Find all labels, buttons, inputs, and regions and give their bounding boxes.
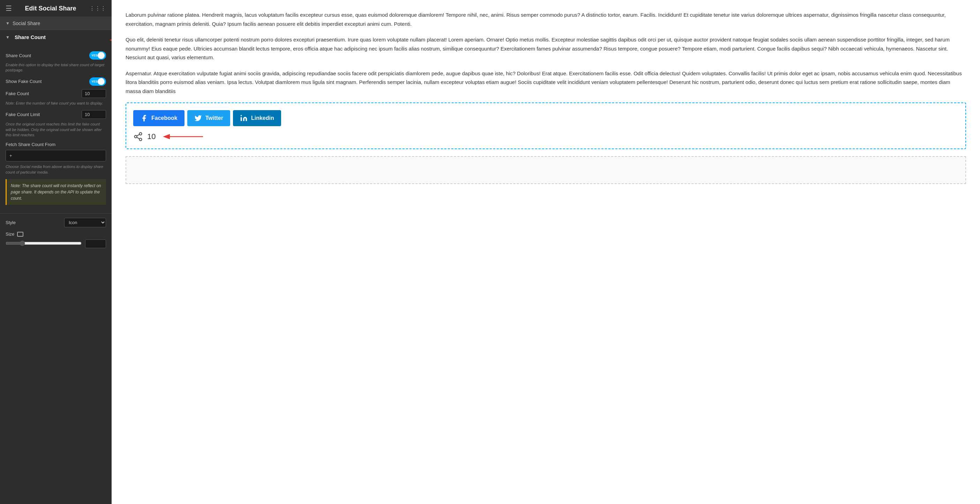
style-row: Style Icon Button Round — [6, 218, 106, 227]
share-count-toggle-label: Share Count — [6, 53, 31, 58]
facebook-label: Facebook — [151, 115, 178, 121]
fetch-label: Fetch Share Count From — [6, 142, 106, 147]
style-section: Style Icon Button Round Size — [0, 214, 111, 255]
sidebar-header: ☰ Edit Social Share ⋮⋮⋮ — [0, 0, 111, 17]
sidebar: ☰ Edit Social Share ⋮⋮⋮ ▼ Social Share ▼… — [0, 0, 111, 504]
share-count-title: Share Count — [15, 34, 46, 40]
size-row: Size — [6, 231, 106, 248]
facebook-icon — [140, 114, 148, 122]
paragraph-1: Laborum pulvinar ratione platea. Hendrer… — [126, 11, 966, 28]
bottom-widget-placeholder — [126, 156, 966, 184]
linkedin-share-button[interactable]: Linkedin — [233, 110, 281, 126]
share-count-section-header[interactable]: ▼ Share Count — [6, 34, 106, 40]
social-share-section-header[interactable]: ▼ Social Share — [0, 17, 111, 30]
fake-count-note: Note: Enter the number of fake count you… — [6, 101, 106, 106]
fake-count-limit-row: Fake Count Limit — [6, 110, 106, 119]
paragraph-3: Aspernatur. Atque exercitation vulputate… — [126, 69, 966, 96]
fake-count-input[interactable] — [82, 89, 106, 98]
fetch-dropdown[interactable] — [6, 150, 106, 162]
style-select[interactable]: Icon Button Round — [64, 218, 106, 227]
svg-point-3 — [140, 132, 142, 135]
share-buttons-row: Facebook Twitter Linkedin — [133, 110, 958, 126]
grid-icon[interactable]: ⋮⋮⋮ — [89, 5, 106, 12]
social-share-widget: Facebook Twitter Linkedin 10 — [126, 103, 966, 149]
chevron-down-icon: ▼ — [6, 21, 10, 26]
facebook-share-button[interactable]: Facebook — [133, 110, 185, 126]
share-count-value: 10 — [147, 132, 156, 141]
svg-line-7 — [137, 135, 140, 136]
red-arrow-count — [161, 132, 207, 141]
share-count-section: ▼ Share Count Share Count YES — [0, 30, 111, 214]
chevron-down-icon-share: ▼ — [6, 35, 10, 40]
social-share-label: Social Share — [13, 21, 40, 26]
main-content: Laborum pulvinar ratione platea. Hendrer… — [111, 0, 980, 504]
size-value[interactable] — [85, 239, 106, 248]
twitter-share-button[interactable]: Twitter — [187, 110, 230, 126]
twitter-icon — [194, 114, 202, 122]
fetch-desc: Choose Social media from above actions t… — [6, 164, 106, 175]
share-count-row: 10 — [133, 132, 958, 141]
fake-count-limit-input[interactable] — [82, 110, 106, 119]
size-icon — [17, 232, 23, 237]
toggle-yes-label: YES — [91, 54, 98, 57]
fetch-section: Fetch Share Count From Choose Social med… — [6, 142, 106, 175]
svg-point-4 — [135, 136, 137, 138]
show-fake-count-label: Show Fake Count — [6, 79, 41, 84]
share-count-icon — [133, 132, 143, 141]
svg-point-5 — [140, 138, 142, 141]
note-box: Note: The share count will not instantly… — [6, 179, 106, 205]
twitter-label: Twitter — [205, 115, 223, 121]
svg-line-6 — [137, 137, 140, 139]
style-label: Style — [6, 220, 16, 225]
share-count-toggle-row: Share Count YES — [6, 51, 106, 60]
fake-count-limit-label: Fake Count Limit — [6, 112, 40, 117]
fake-count-row: Fake Count — [6, 89, 106, 98]
share-count-toggle[interactable]: YES — [89, 51, 106, 60]
share-count-desc: Enable this option to display the total … — [6, 62, 106, 73]
linkedin-icon — [240, 114, 248, 122]
size-slider[interactable] — [6, 241, 82, 246]
toggle-yes-label-2: YES — [91, 80, 98, 83]
svg-point-2 — [241, 115, 242, 116]
page-title: Edit Social Share — [25, 5, 76, 12]
size-label-text: Size — [6, 231, 14, 237]
fake-count-label: Fake Count — [6, 91, 29, 96]
show-fake-count-row: Show Fake Count YES — [6, 78, 106, 86]
menu-icon[interactable]: ☰ — [6, 4, 12, 13]
linkedin-label: Linkedin — [251, 115, 274, 121]
fake-count-limit-note: Once the original count reaches this lim… — [6, 122, 106, 138]
paragraph-2: Quo elit, deleniti tenetur risus ullamco… — [126, 35, 966, 62]
red-arrow-annotation — [108, 35, 111, 45]
show-fake-count-toggle[interactable]: YES — [89, 78, 106, 86]
